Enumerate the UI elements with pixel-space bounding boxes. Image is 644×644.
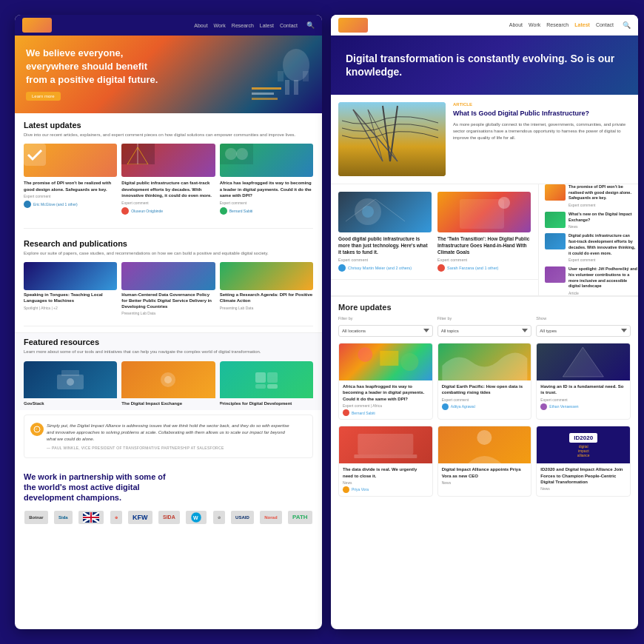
featured-label-3: Principles for Digital Development: [220, 401, 313, 406]
article-title-1: The promise of DPI won't be realized wit…: [24, 180, 117, 192]
svg-rect-54: [358, 434, 413, 455]
research-tag-1: Spotlight | Africa | +2: [24, 306, 117, 310]
sidebar-text-1: The promise of DPI won't be realised wit…: [568, 184, 638, 207]
featured-article-tag: Article: [453, 102, 631, 107]
partner-logo-sida[interactable]: Sida: [54, 511, 73, 524]
update-card2-1[interactable]: The data divide is real. We urgently nee…: [338, 426, 433, 497]
svg-point-51: [400, 353, 418, 371]
update-card2-body-2: Digital Impact Alliance appoints Priya V…: [438, 463, 531, 488]
nav-latest-left[interactable]: Latest: [260, 23, 274, 28]
update-card-1[interactable]: Africa has leapfrogged its way to becomi…: [338, 343, 433, 420]
research-tag-3: Presenting Lab Data: [220, 306, 313, 310]
article-meta-1: Expert comment: [24, 194, 117, 198]
sidebar-text-4: User spotlight: Jiří Podhorečký and his …: [568, 266, 638, 295]
grid-article-2[interactable]: The 'Twin Transition': How Digital Publi…: [437, 192, 531, 272]
svg-text:": ": [36, 427, 37, 432]
filter-location-select[interactable]: All locations: [338, 325, 433, 337]
nav-research-left[interactable]: Research: [232, 23, 254, 28]
svg-rect-1: [285, 80, 289, 95]
update-card-body-3: Having an ID is a fundamental need. So i…: [537, 380, 630, 413]
sidebar-article-4[interactable]: User spotlight: Jiří Podhorečký and his …: [545, 266, 638, 295]
sidebar-article-1[interactable]: The promise of DPI won't be realised wit…: [545, 184, 638, 207]
research-card-3[interactable]: Setting a Research Agenda: DPI for Posit…: [220, 262, 313, 315]
article-card-2[interactable]: Digital public infrastructure can fast-t…: [121, 144, 215, 214]
section-latest-left: Latest updates Dive into our recent arti…: [15, 113, 322, 222]
svg-rect-20: [255, 372, 266, 383]
nav-contact-left[interactable]: Contact: [280, 23, 298, 28]
partner-logo-usaid[interactable]: USAID: [231, 511, 254, 524]
sidebar-article-3[interactable]: Digital public infrastructure can fast-t…: [545, 233, 638, 262]
update-card2-title-2: Digital Impact Alliance appoints Priya V…: [442, 466, 528, 479]
hero-cta-left[interactable]: Learn more: [26, 92, 61, 101]
articles-section: Good digital public infrastructure is mo…: [331, 184, 638, 296]
section-featured: Featured resources Learn more about some…: [15, 332, 322, 409]
svg-rect-4: [303, 71, 309, 81]
research-card-title-2: Human-Centered Data Governance Policy fo…: [121, 292, 215, 309]
partner-logo-rothar[interactable]: SIDA: [158, 511, 180, 524]
article-card-3[interactable]: Africa has leapfrogged its way to becomi…: [220, 144, 313, 214]
research-card-title-1: Speaking in Tongues: Teaching Local Lang…: [24, 292, 117, 304]
partner-logo-botnar[interactable]: Botnar: [24, 511, 47, 524]
article-title-2: Digital public infrastructure can fast-t…: [121, 180, 215, 198]
sidebar-title-1: The promise of DPI won't be realised wit…: [568, 184, 638, 201]
update-author-row-3: Ethan Venaessen: [540, 403, 626, 410]
update-author-row2-1: Priya Vora: [343, 486, 429, 493]
sidebar-thumb-4: [545, 266, 566, 283]
article-card-1[interactable]: The promise of DPI won't be realized wit…: [24, 144, 117, 214]
author-avatar-3: [220, 207, 227, 215]
filter-topic-select[interactable]: All topics: [437, 325, 532, 337]
featured-img-3: [220, 361, 313, 398]
partner-logo-uk[interactable]: [78, 511, 104, 524]
nav-latest-right[interactable]: Latest: [574, 22, 590, 27]
sidebar-tag-3: Expert comment: [568, 258, 638, 262]
filter-topic: Filter by All topics: [437, 316, 532, 337]
update-card-2[interactable]: Digital Earth Pacific: How open data is …: [437, 343, 532, 420]
featured-card-2[interactable]: The Digital Impact Exchange: [121, 361, 215, 406]
update-card-3[interactable]: Having an ID is a fundamental need. So i…: [536, 343, 631, 420]
grid-avatar-1: [338, 264, 346, 272]
nav-research-right[interactable]: Research: [546, 22, 568, 27]
update-card2-2[interactable]: Digital Impact Alliance appoints Priya V…: [437, 426, 532, 497]
nav-work-right[interactable]: Work: [529, 22, 540, 27]
featured-img-2: [121, 361, 215, 398]
brand-logo-right[interactable]: [338, 18, 368, 33]
filter-show-select[interactable]: All types: [536, 325, 631, 337]
featured-card-3[interactable]: Principles for Digital Development: [220, 361, 313, 406]
grid-article-1[interactable]: Good digital public infrastructure is mo…: [338, 192, 437, 272]
grid-title-2: The 'Twin Transition': How Digital Publi…: [437, 235, 531, 255]
partner-logo-dhi[interactable]: ⊕: [110, 511, 122, 524]
latest-subtitle: Dive into our recent articles, explainer…: [24, 132, 313, 138]
featured-title: Featured resources: [24, 338, 313, 346]
update-avatar-2: [442, 403, 449, 410]
featured-article-right[interactable]: Article What Is Good Digital Public Infr…: [331, 95, 638, 184]
partner-logo-path[interactable]: PATH: [288, 511, 312, 524]
research-grid: Speaking in Tongues: Teaching Local Lang…: [24, 262, 313, 315]
sidebar-article-2[interactable]: What's new on the Digital Impact Exchang…: [545, 212, 638, 229]
nav-contact-right[interactable]: Contact: [596, 22, 614, 27]
partner-logo-gates[interactable]: ⊘: [213, 511, 225, 524]
sidebar-text-3: Digital public infrastructure can fast-t…: [568, 233, 638, 262]
research-card-2[interactable]: Human-Centered Data Governance Policy fo…: [121, 262, 215, 315]
update-img2-2: [438, 426, 531, 463]
brand-logo-left[interactable]: [22, 18, 52, 33]
right-nav: About Work Research Latest Contact 🔍: [331, 15, 638, 36]
svg-rect-3: [278, 71, 284, 81]
featured-article-desc: As more people globally connect to the i…: [453, 121, 631, 141]
svg-rect-16: [61, 370, 79, 376]
section-research: Research and publications Explore our su…: [15, 235, 322, 321]
nav-work-left[interactable]: Work: [214, 23, 226, 28]
partner-logo-kfw[interactable]: KFW: [128, 511, 152, 524]
search-icon-right[interactable]: 🔍: [623, 21, 631, 29]
update-card-meta-2: Expert comment: [442, 398, 528, 402]
partner-logo-wb[interactable]: W: [186, 511, 207, 524]
search-icon-left[interactable]: 🔍: [306, 21, 315, 29]
featured-card-1[interactable]: GovStack: [24, 361, 117, 406]
nav-about-right[interactable]: About: [509, 22, 523, 27]
featured-subtitle: Learn more about some of our tools and i…: [24, 349, 313, 355]
update-card2-3[interactable]: ID2020 digitalimpactalliance ID2020 and …: [536, 426, 631, 497]
sidebar-thumb-1: [545, 184, 566, 201]
right-hero-text: Digital transformation is constantly evo…: [346, 52, 623, 78]
partner-logo-norad[interactable]: Norad: [260, 511, 281, 524]
research-card-1[interactable]: Speaking in Tongues: Teaching Local Lang…: [24, 262, 117, 315]
nav-about-left[interactable]: About: [194, 23, 207, 28]
